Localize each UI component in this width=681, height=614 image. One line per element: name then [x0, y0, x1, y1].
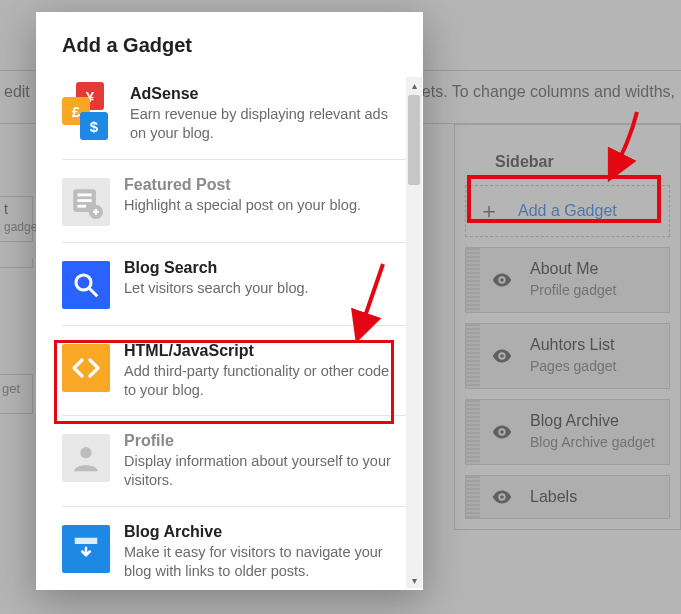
profile-icon [62, 434, 110, 482]
svg-point-9 [76, 275, 91, 290]
scrollbar[interactable]: ▴ ▾ [406, 77, 422, 588]
gadget-desc: Display information about yourself to yo… [124, 452, 395, 490]
scroll-down-icon[interactable]: ▾ [406, 572, 422, 588]
svg-point-11 [80, 447, 91, 458]
gadget-option-html-javascript[interactable]: HTML/JavaScript Add third-party function… [62, 325, 415, 416]
featured-post-icon [62, 178, 110, 226]
gadget-desc: Highlight a special post on your blog. [124, 196, 395, 215]
code-icon [62, 344, 110, 392]
gadget-title: Blog Archive [124, 523, 395, 541]
search-icon [62, 261, 110, 309]
scroll-thumb[interactable] [408, 95, 420, 185]
gadget-desc: Make it easy for visitors to navigate yo… [124, 543, 395, 581]
gadget-option-profile[interactable]: Profile Display information about yourse… [62, 415, 415, 506]
gadget-option-featured-post[interactable]: Featured Post Highlight a special post o… [62, 159, 415, 242]
gadget-desc: Add third-party functionality or other c… [124, 362, 395, 400]
gadget-title: HTML/JavaScript [124, 342, 395, 360]
gadget-option-blog-archive[interactable]: Blog Archive Make it easy for visitors t… [62, 506, 415, 590]
svg-rect-5 [78, 193, 92, 196]
svg-rect-12 [75, 538, 98, 544]
modal-body: ¥ £ $ AdSense Earn revenue by displaying… [36, 75, 423, 590]
gadget-title: AdSense [130, 85, 395, 103]
gadget-desc: Earn revenue by displaying relevant ads … [130, 105, 395, 143]
gadget-title: Profile [124, 432, 395, 450]
gadget-title: Blog Search [124, 259, 395, 277]
gadget-desc: Let visitors search your blog. [124, 279, 395, 298]
adsense-icon: ¥ £ $ [62, 87, 116, 135]
archive-icon [62, 525, 110, 573]
add-gadget-modal: Add a Gadget ¥ £ $ AdSense Earn revenue … [36, 12, 423, 590]
gadget-title: Featured Post [124, 176, 395, 194]
svg-line-10 [90, 288, 98, 296]
modal-title: Add a Gadget [36, 12, 423, 75]
svg-rect-6 [78, 199, 92, 202]
svg-rect-7 [78, 205, 87, 208]
scroll-up-icon[interactable]: ▴ [406, 77, 422, 93]
gadget-option-blog-search[interactable]: Blog Search Let visitors search your blo… [62, 242, 415, 325]
gadget-option-adsense[interactable]: ¥ £ $ AdSense Earn revenue by displaying… [62, 79, 415, 159]
